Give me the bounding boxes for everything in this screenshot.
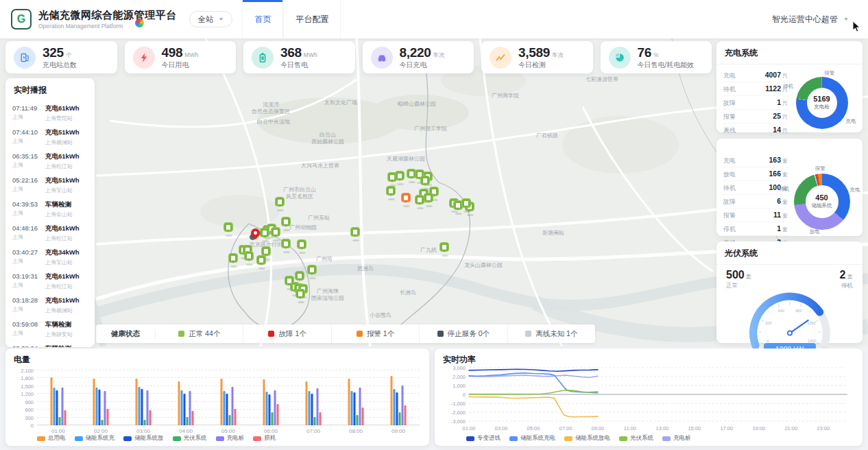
map-marker-normal[interactable] (420, 176, 430, 185)
bar-chart-bar[interactable] (184, 394, 186, 425)
bar-chart-bar[interactable] (320, 412, 322, 425)
bar-chart-bar[interactable] (357, 415, 359, 425)
health-legend-item[interactable]: 故障 1个 (243, 324, 331, 343)
map-marker-normal[interactable] (386, 186, 396, 196)
bar-chart-bar[interactable] (138, 387, 141, 425)
map-marker-normal[interactable] (281, 239, 291, 248)
chart-legend-item[interactable]: 储能系统充电 (509, 434, 555, 442)
bar-chart-bar[interactable] (396, 392, 398, 425)
bar-chart-bar[interactable] (189, 391, 191, 425)
bar-chart-bar[interactable] (62, 388, 64, 425)
bar-chart-bar[interactable] (348, 379, 350, 425)
donut-callout-label: 报警 (824, 70, 834, 77)
bar-chart-bar[interactable] (181, 390, 183, 425)
bar-chart-bar[interactable] (107, 409, 109, 425)
chart-legend-item[interactable]: 光伏系统 (619, 434, 653, 442)
map-marker-normal[interactable] (281, 217, 291, 226)
station-selector[interactable]: 全站 ▼ (189, 11, 233, 27)
chart-legend-item[interactable]: 充电桩 (216, 434, 245, 442)
bar-chart-bar[interactable] (96, 388, 98, 425)
health-legend-item[interactable]: 离线未知 1个 (508, 324, 595, 343)
map-marker-normal[interactable] (244, 251, 254, 261)
bar-chart-bar[interactable] (144, 420, 146, 425)
map-marker-normal[interactable] (256, 255, 266, 265)
bar-chart-bar[interactable] (192, 411, 194, 425)
map-marker-normal[interactable] (297, 239, 306, 249)
map-marker-alarm[interactable] (401, 193, 411, 202)
map-marker-normal[interactable] (439, 242, 449, 252)
bar-chart-bar[interactable] (391, 376, 393, 425)
bar-chart-bar[interactable] (263, 379, 265, 425)
bar-chart-bar[interactable] (59, 417, 61, 425)
bar-chart-bar[interactable] (272, 412, 274, 425)
bar-chart-bar[interactable] (354, 392, 356, 425)
chart-legend-item[interactable]: 光伏系统 (173, 434, 207, 442)
chart-legend-item[interactable]: 总用电 (37, 434, 66, 442)
chart-legend-item[interactable]: 损耗 (253, 434, 276, 442)
map-marker-normal[interactable] (228, 253, 238, 263)
map-marker-normal[interactable] (271, 227, 280, 237)
bar-chart-bar[interactable] (402, 386, 404, 425)
bar-chart-bar[interactable] (314, 417, 316, 425)
bar-chart-bar[interactable] (311, 394, 313, 425)
bar-chart-bar[interactable] (178, 381, 180, 425)
bar-chart-bar[interactable] (93, 379, 95, 425)
map-marker-normal[interactable] (415, 195, 424, 204)
bar-chart-bar[interactable] (51, 377, 53, 425)
bar-chart-bar[interactable] (136, 379, 138, 425)
bar-chart-bar[interactable] (394, 389, 396, 425)
bar-chart-bar[interactable] (274, 390, 276, 425)
bar-chart-bar[interactable] (64, 410, 67, 425)
bar-chart-bar[interactable] (149, 410, 152, 425)
map-marker-normal[interactable] (296, 289, 305, 298)
health-legend-item[interactable]: 正常 44个 (156, 324, 243, 343)
health-legend-item[interactable]: 报警 1个 (332, 324, 420, 343)
chart-legend-item[interactable]: 储能系统放电 (564, 434, 610, 442)
chart-legend-item[interactable]: 储能系统充 (75, 434, 115, 442)
chart-legend-item[interactable]: 专变进线 (466, 434, 501, 442)
bar-chart-bar[interactable] (53, 388, 56, 425)
bar-chart-bar[interactable] (405, 405, 407, 425)
chart-legend-item[interactable]: 充电桩 (662, 434, 691, 442)
system-stat-row: 放电166套 (723, 167, 788, 181)
bar-chart-bar[interactable] (351, 391, 353, 425)
bar-chart-bar[interactable] (359, 388, 361, 425)
bar-chart-bar[interactable] (224, 391, 226, 425)
bar-chart-bar[interactable] (101, 420, 104, 425)
bar-chart-bar[interactable] (306, 381, 308, 425)
map-marker-normal[interactable] (307, 265, 317, 274)
map-marker-normal[interactable] (295, 271, 304, 281)
bar-chart-bar[interactable] (234, 409, 237, 425)
bar-chart-bar[interactable] (221, 379, 223, 425)
map-marker-normal[interactable] (261, 246, 271, 256)
bar-chart-bar[interactable] (99, 390, 101, 425)
map-marker-normal[interactable] (224, 222, 233, 232)
bar-chart-bar[interactable] (399, 412, 401, 425)
kpi-card: 498MWh今日用电 (125, 41, 237, 73)
bar-chart-bar[interactable] (309, 391, 311, 425)
map-marker-normal[interactable] (275, 197, 285, 206)
map-marker-normal[interactable] (461, 198, 471, 208)
map-marker-normal[interactable] (260, 228, 269, 237)
bar-chart-bar[interactable] (266, 392, 268, 425)
health-legend-item[interactable]: 停止服务 0个 (420, 324, 507, 343)
bar-chart-bar[interactable] (277, 404, 279, 425)
bar-chart-bar[interactable] (104, 391, 106, 425)
bar-chart-bar[interactable] (232, 387, 234, 425)
bar-chart-bar[interactable] (317, 388, 319, 425)
chart-legend-item[interactable]: 储能系统放 (123, 434, 164, 442)
map-marker-normal[interactable] (350, 227, 360, 237)
map-marker-normal[interactable] (395, 171, 405, 180)
bar-chart-bar[interactable] (147, 390, 149, 425)
bar-chart-bar[interactable] (229, 415, 231, 425)
bar-chart-bar[interactable] (56, 390, 58, 425)
bar-chart-bar[interactable] (226, 394, 228, 425)
bar-chart-bar[interactable] (269, 394, 271, 425)
bar-chart-bar[interactable] (362, 407, 364, 425)
tab-platform-config[interactable]: 平台配置 (283, 0, 341, 38)
map-marker-normal[interactable] (424, 193, 433, 202)
bar-chart-bar[interactable] (141, 389, 143, 425)
bar-chart-bar[interactable] (186, 417, 189, 425)
user-menu[interactable]: 智光运营中心超管 ▼ (772, 14, 849, 25)
tab-home[interactable]: 首页 (242, 0, 283, 38)
